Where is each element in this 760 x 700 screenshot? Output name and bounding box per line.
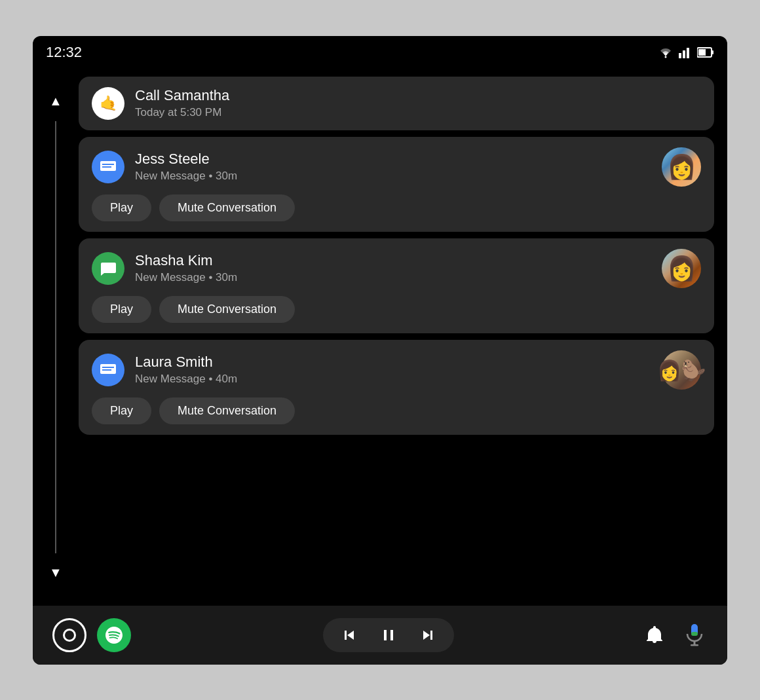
card-title: Shasha Kim [135, 252, 651, 269]
play-button-shasha[interactable]: Play [92, 296, 151, 323]
mute-conversation-button-jess[interactable]: Mute Conversation [159, 194, 295, 221]
svg-rect-15 [345, 631, 347, 640]
svg-rect-23 [691, 632, 698, 636]
card-title: Jess Steele [135, 151, 651, 168]
card-actions: Play Mute Conversation [92, 296, 701, 323]
nav-right [641, 619, 708, 651]
signal-icon [679, 46, 692, 58]
card-text: Shasha Kim New Message • 30m [135, 252, 651, 284]
svg-marker-18 [423, 631, 430, 640]
card-header: Shasha Kim New Message • 30m [92, 249, 701, 288]
play-button-jess[interactable]: Play [92, 194, 151, 221]
svg-rect-22 [691, 644, 698, 646]
spotify-button[interactable] [97, 618, 131, 652]
spotify-icon [104, 625, 124, 645]
svg-point-0 [665, 56, 667, 58]
card-subtitle: New Message • 30m [135, 271, 651, 284]
card-subtitle: Today at 5:30 PM [135, 106, 701, 119]
card-header: 🤙 Call Samantha Today at 5:30 PM [92, 87, 701, 120]
scroll-arrows: ▲ ▼ [33, 69, 79, 606]
svg-rect-5 [712, 50, 713, 54]
wifi-icon [658, 46, 674, 58]
card-subtitle: New Message • 40m [135, 373, 651, 386]
reminder-avatar-icon: 🤙 [92, 87, 124, 120]
card-laura-smith: Laura Smith New Message • 40m Play Mute … [79, 340, 714, 435]
battery-icon [697, 46, 714, 58]
nav-center [323, 618, 454, 652]
message-avatar-icon [92, 151, 124, 183]
message-avatar-icon-green [92, 252, 124, 285]
contact-photo-jess [662, 147, 701, 187]
mic-icon [685, 623, 704, 647]
status-time: 12:32 [46, 44, 82, 61]
contact-photo-laura [662, 350, 701, 390]
bell-icon [645, 625, 664, 646]
svg-rect-6 [698, 49, 704, 56]
card-jess-steele: Jess Steele New Message • 30m Play Mute … [79, 137, 714, 232]
svg-rect-8 [100, 161, 116, 171]
contact-photo-shasha [662, 249, 701, 288]
scroll-up-button[interactable]: ▲ [43, 88, 69, 115]
play-button-laura[interactable]: Play [92, 397, 151, 424]
card-text: Call Samantha Today at 5:30 PM [135, 87, 701, 119]
card-text: Jess Steele New Message • 30m [135, 151, 651, 183]
microphone-button[interactable] [681, 619, 708, 651]
nav-left [52, 618, 136, 652]
status-icons [658, 46, 714, 58]
card-actions: Play Mute Conversation [92, 397, 701, 424]
home-button[interactable] [52, 618, 86, 652]
card-subtitle: New Message • 30m [135, 170, 651, 183]
prev-track-button[interactable] [336, 623, 362, 647]
card-header: Laura Smith New Message • 40m [92, 350, 701, 390]
svg-rect-2 [683, 50, 685, 58]
card-actions: Play Mute Conversation [92, 194, 701, 221]
svg-marker-14 [347, 631, 354, 640]
next-track-button[interactable] [415, 623, 441, 647]
svg-rect-17 [390, 630, 393, 640]
home-circle-inner [63, 629, 76, 642]
card-text: Laura Smith New Message • 40m [135, 354, 651, 386]
card-title: Call Samantha [135, 87, 701, 104]
card-title: Laura Smith [135, 354, 651, 371]
pause-button[interactable] [375, 623, 402, 647]
main-content: ▲ ▼ 🤙 Call Samantha Today at 5:30 PM [33, 69, 727, 606]
device-frame: 12:32 [33, 36, 727, 665]
next-icon [420, 627, 436, 643]
pause-icon [381, 627, 396, 643]
svg-rect-16 [384, 630, 387, 640]
svg-rect-19 [430, 631, 432, 640]
mute-conversation-button-laura[interactable]: Mute Conversation [159, 397, 295, 424]
svg-rect-3 [687, 48, 689, 58]
scroll-divider [55, 121, 56, 553]
svg-rect-21 [694, 641, 696, 644]
message-avatar-icon [92, 354, 124, 386]
svg-rect-1 [679, 53, 681, 58]
notification-bell-button[interactable] [641, 621, 668, 650]
bottom-nav [33, 606, 727, 665]
mute-conversation-button-shasha[interactable]: Mute Conversation [159, 296, 295, 323]
card-call-samantha: 🤙 Call Samantha Today at 5:30 PM [79, 77, 714, 130]
cards-container: 🤙 Call Samantha Today at 5:30 PM [79, 69, 727, 606]
card-shasha-kim: Shasha Kim New Message • 30m Play Mute C… [79, 238, 714, 333]
scroll-down-button[interactable]: ▼ [43, 560, 69, 586]
prev-icon [341, 627, 357, 643]
card-header: Jess Steele New Message • 30m [92, 147, 701, 187]
svg-rect-11 [100, 364, 116, 374]
status-bar: 12:32 [33, 36, 727, 69]
